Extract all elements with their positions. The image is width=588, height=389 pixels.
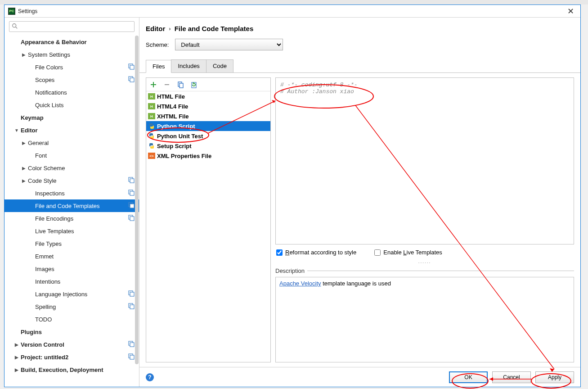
reset-button[interactable] (189, 80, 198, 89)
chevron-icon: ▶ (13, 342, 20, 347)
template-item-label: HTML4 File (157, 103, 188, 110)
scheme-label: Scheme: (146, 41, 169, 48)
sidebar-item-file-and-code-templates[interactable]: File and Code Templates (4, 199, 139, 212)
sidebar-item-emmet[interactable]: Emmet (4, 250, 139, 262)
description-text: template language is used (321, 280, 391, 287)
sidebar-item-images[interactable]: Images (4, 262, 139, 275)
sidebar-item-appearance-behavior[interactable]: Appearance & Behavior (4, 36, 139, 48)
chevron-icon: ▶ (21, 52, 27, 57)
sidebar-item-label: System Settings (28, 51, 70, 58)
tab-includes[interactable]: Includes (171, 59, 206, 72)
sidebar-item-intentions[interactable]: Intentions (4, 275, 139, 288)
scheme-select[interactable]: Default (175, 39, 283, 50)
template-file-list[interactable]: HHTML FileHHTML4 FileHXHTML FilePython S… (146, 91, 270, 362)
template-toolbar (146, 78, 270, 91)
sidebar-item-file-encodings[interactable]: File Encodings (4, 212, 139, 225)
template-setup-script[interactable]: Setup Script (146, 141, 270, 151)
sidebar-item-code-style[interactable]: ▶Code Style (4, 174, 139, 187)
reformat-checkbox-input[interactable] (276, 249, 283, 256)
project-badge-icon (128, 63, 135, 71)
sidebar-item-inspections[interactable]: Inspections (4, 187, 139, 199)
sidebar-item-label: Color Scheme (28, 165, 65, 172)
cancel-button[interactable]: Cancel (492, 371, 531, 383)
sidebar-item-label: File Colors (35, 64, 63, 71)
sidebar-item-build-execution-deployment[interactable]: ▶Build, Execution, Deployment (4, 363, 139, 376)
enable-live-checkbox[interactable]: Enable Live Templates (374, 249, 442, 256)
sidebar-item-spelling[interactable]: Spelling (4, 300, 139, 313)
apache-velocity-link[interactable]: Apache Velocity (279, 280, 321, 287)
template-item-label: Python Script (157, 123, 195, 130)
main-panel: Editor › File and Code Templates Scheme:… (139, 18, 580, 387)
sidebar-item-scopes[interactable]: Scopes (4, 73, 139, 86)
tab-files[interactable]: Files (146, 60, 171, 73)
project-badge-icon (128, 353, 135, 361)
sidebar-item-label: Intentions (35, 278, 60, 285)
sidebar-item-font[interactable]: Font (4, 149, 139, 162)
project-badge-icon (128, 290, 135, 298)
template-item-label: XHTML File (157, 113, 189, 120)
sidebar-item-language-injections[interactable]: Language Injections (4, 288, 139, 300)
sidebar-item-system-settings[interactable]: ▶System Settings (4, 48, 139, 61)
sidebar-item-label: Plugins (21, 329, 42, 335)
template-item-label: Setup Script (157, 143, 192, 149)
pycharm-icon: PC (8, 8, 15, 15)
sidebar-item-quick-lists[interactable]: Quick Lists (4, 99, 139, 111)
file-type-icon (148, 132, 155, 140)
reformat-checkbox[interactable]: Reformat according to style (276, 249, 356, 256)
sidebar-item-label: File Types (35, 240, 62, 247)
sidebar-item-notifications[interactable]: Notifications (4, 86, 139, 99)
template-code-editor[interactable]: # -*- coding:utf-8 -*- # Author :Janson … (275, 77, 574, 244)
template-html4-file[interactable]: HHTML4 File (146, 101, 270, 111)
template-xhtml-file[interactable]: HXHTML File (146, 111, 270, 121)
search-input[interactable] (9, 21, 135, 32)
sidebar-item-label: Images (35, 266, 54, 272)
breadcrumb-current: File and Code Templates (175, 25, 254, 32)
window-title: Settings (18, 8, 565, 14)
copy-button[interactable] (176, 80, 185, 89)
apply-button[interactable]: Apply (535, 371, 574, 383)
description-label: Description (275, 267, 574, 274)
remove-button[interactable] (162, 80, 171, 89)
breadcrumb-parent[interactable]: Editor (146, 25, 165, 32)
template-item-label: Python Unit Test (157, 133, 203, 140)
tab-code[interactable]: Code (206, 59, 233, 72)
file-type-icon: H (148, 93, 155, 100)
sidebar-item-todo[interactable]: TODO (4, 313, 139, 326)
ok-button[interactable]: OK (449, 371, 488, 383)
sidebar-item-label: Inspections (35, 190, 65, 197)
sidebar-item-keymap[interactable]: Keymap (4, 111, 139, 124)
sidebar-item-label: Appearance & Behavior (21, 39, 87, 45)
chevron-icon: ▼ (13, 128, 20, 133)
settings-dialog: PC Settings ✕ Appearance & Behavior▶Syst… (4, 5, 581, 387)
sidebar-item-general[interactable]: ▶General (4, 136, 139, 149)
template-html-file[interactable]: HHTML File (146, 91, 270, 101)
template-python-unit-test[interactable]: Python Unit Test (146, 131, 270, 141)
enable-live-checkbox-input[interactable] (374, 249, 381, 256)
svg-rect-21 (130, 355, 134, 359)
add-button[interactable] (149, 80, 158, 89)
help-button[interactable]: ? (146, 373, 154, 381)
splitter-handle[interactable]: ······ (275, 260, 574, 264)
sidebar-item-version-control[interactable]: ▶Version Control (4, 338, 139, 351)
template-python-script[interactable]: Python Script (146, 121, 270, 131)
chevron-icon: ▶ (13, 355, 20, 360)
background-menubar (0, 0, 588, 5)
sidebar-item-live-templates[interactable]: Live Templates (4, 225, 139, 237)
sidebar-item-file-types[interactable]: File Types (4, 237, 139, 250)
template-options: Reformat according to style Enable Live … (275, 247, 574, 258)
breadcrumb: Editor › File and Code Templates (146, 25, 574, 32)
template-xml-properties-file[interactable]: <>XML Properties File (146, 151, 270, 161)
close-icon[interactable]: ✕ (565, 6, 577, 16)
sidebar-item-editor[interactable]: ▼Editor (4, 124, 139, 136)
file-type-icon (148, 142, 155, 149)
svg-rect-7 (130, 179, 134, 183)
sidebar-item-project-untitled2[interactable]: ▶Project: untitled2 (4, 351, 139, 363)
sidebar-item-label: File and Code Templates (35, 203, 100, 209)
sidebar-item-file-colors[interactable]: File Colors (4, 61, 139, 73)
settings-tree[interactable]: Appearance & Behavior▶System SettingsFil… (4, 36, 139, 387)
sidebar-item-label: File Encodings (35, 215, 73, 222)
sidebar-item-color-scheme[interactable]: ▶Color Scheme (4, 162, 139, 174)
sidebar-scrollbar[interactable] (135, 36, 139, 364)
svg-rect-9 (130, 191, 134, 195)
sidebar-item-plugins[interactable]: Plugins (4, 326, 139, 338)
